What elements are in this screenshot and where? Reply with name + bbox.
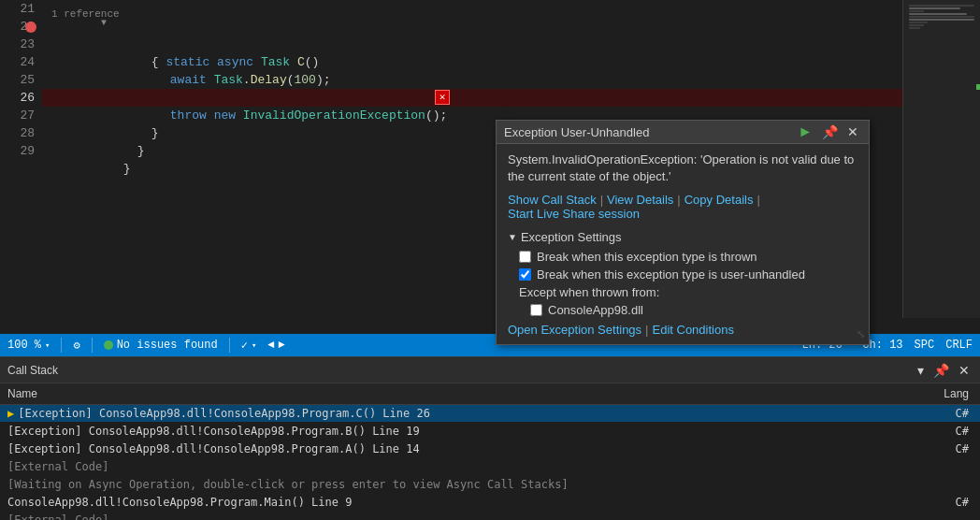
checkbox-break-thrown[interactable] [519, 251, 531, 263]
call-stack-row-name: [External Code] [7, 513, 108, 521]
status-check-area[interactable]: ✓ ▾ [241, 339, 257, 353]
popup-run-button[interactable]: ► [795, 124, 815, 139]
view-details-link[interactable]: View Details [607, 193, 673, 207]
table-row[interactable]: [External Code] [0, 511, 980, 520]
popup-header: Exception User-Unhandled ► 📌 ✕ [497, 121, 869, 144]
resize-handle[interactable]: ⤡ [857, 328, 865, 340]
popup-pin-button[interactable]: 📌 [819, 125, 841, 138]
code-line-21 [42, 0, 902, 18]
mini-line [909, 19, 974, 21]
checkbox-dll[interactable] [530, 304, 542, 316]
panel-close-button[interactable]: ✕ [956, 363, 973, 378]
mini-line [909, 16, 974, 18]
call-stack-row-name: [Exception] ConsoleApp98.dll!ConsoleApp9… [7, 425, 420, 438]
collapse-arrow-22[interactable]: ▼ [101, 18, 107, 28]
table-row[interactable]: [External Code] [0, 457, 980, 475]
popup-close-button[interactable]: ✕ [844, 125, 861, 138]
line-ending-label[interactable]: CRLF [945, 339, 973, 352]
call-stack-row-lang [936, 511, 980, 520]
mini-line [909, 5, 974, 7]
code-line-25 [42, 71, 902, 89]
exception-message: System.InvalidOperationException: 'Opera… [508, 152, 858, 185]
exception-settings: ▼ Exception Settings Break when this exc… [508, 230, 858, 337]
checkbox-break-thrown-label: Break when this exception type is thrown [537, 250, 757, 264]
mini-line [909, 27, 920, 29]
call-stack-header-row: Name Lang [0, 383, 980, 404]
call-stack-row-lang: C# [936, 493, 980, 511]
status-zoom[interactable]: 100 % ▾ [7, 339, 50, 352]
line-numbers: 21 22 23 24 25 26 27 28 29 [0, 0, 42, 318]
call-stack-row-name: [Waiting on Async Operation, double-clic… [7, 478, 569, 491]
popup-controls: ► 📌 ✕ [795, 124, 861, 139]
table-row[interactable]: ▶[Exception] ConsoleApp98.dll!ConsoleApp… [0, 404, 980, 422]
call-stack-panel: Call Stack ▾ 📌 ✕ Name Lang ▶[Exception] … [0, 356, 980, 520]
table-row[interactable]: [Exception] ConsoleApp98.dll!ConsoleApp9… [0, 422, 980, 440]
checkbox-break-unhandled[interactable] [519, 268, 531, 281]
no-issues-icon [104, 340, 113, 350]
minimap [902, 0, 980, 318]
status-separator-2 [92, 338, 93, 353]
exception-error-icon[interactable]: ✕ [435, 90, 450, 105]
table-row[interactable]: [Waiting on Async Operation, double-clic… [0, 475, 980, 493]
checkbox-break-unhandled-label: Break when this exception type is user-u… [537, 267, 805, 282]
check-icon: ✓ [241, 339, 248, 353]
popup-body: System.InvalidOperationException: 'Opera… [497, 144, 869, 344]
live-share-link[interactable]: Start Live Share session [508, 207, 640, 221]
breakpoint-indicator [25, 22, 36, 33]
nav-right-icon: ► [279, 339, 285, 352]
call-stack-row-lang: C# [936, 422, 980, 440]
popup-footer-links: Open Exception Settings | Edit Condition… [508, 323, 858, 337]
status-issues[interactable]: No issues found [104, 339, 218, 352]
exception-message-text: System.InvalidOperationException: 'Opera… [508, 152, 854, 183]
settings-header: ▼ Exception Settings [508, 230, 858, 244]
col-lang-header: Lang [936, 383, 980, 404]
panel-dropdown-button[interactable]: ▾ [915, 363, 927, 378]
encoding-label[interactable]: SPC [915, 339, 935, 352]
scroll-track [976, 0, 980, 318]
settings-header-label: Exception Settings [521, 230, 622, 244]
exception-popup: Exception User-Unhandled ► 📌 ✕ System.In… [496, 120, 870, 345]
call-stack-title: Call Stack [7, 364, 58, 377]
call-stack-row-lang: C# [936, 404, 980, 422]
call-stack-row-name: ConsoleApp98.dll!ConsoleApp98.Program.Ma… [7, 496, 352, 509]
col-name-header: Name [0, 383, 936, 404]
nav-left-icon: ◄ [267, 339, 274, 352]
table-row[interactable]: ConsoleApp98.dll!ConsoleApp98.Program.Ma… [0, 493, 980, 511]
code-line-22: 1 reference static async Task C() [42, 18, 902, 36]
call-stack-row-lang: C# [936, 440, 980, 457]
nav-arrows[interactable]: ◄ ► [267, 339, 284, 352]
zoom-level: 100 % [7, 339, 41, 352]
call-stack-row-name: [Exception] ConsoleApp98.dll!ConsoleApp9… [18, 407, 430, 420]
minimap-content [903, 0, 980, 318]
popup-links: Show Call Stack | View Details | Copy De… [508, 193, 858, 221]
git-icon-area[interactable]: ⚙ [73, 339, 79, 353]
code-line-23: { [42, 36, 902, 53]
call-stack-table: Name Lang ▶[Exception] ConsoleApp98.dll!… [0, 383, 980, 520]
status-separator-1 [61, 338, 62, 353]
edit-conditions-link[interactable]: Edit Conditions [652, 323, 733, 337]
mini-line [909, 24, 924, 26]
checkbox-row-1: Break when this exception type is thrown [519, 250, 858, 264]
mini-line [909, 13, 967, 15]
panel-controls: ▾ 📌 ✕ [915, 363, 973, 378]
show-call-stack-link[interactable]: Show Call Stack [508, 193, 597, 207]
dll-label: ConsoleApp98.dll [548, 303, 643, 317]
git-icon: ⚙ [73, 339, 79, 353]
current-row-arrow: ▶ [7, 407, 14, 420]
panel-header: Call Stack ▾ 📌 ✕ [0, 357, 980, 383]
status-separator-3 [229, 338, 230, 353]
open-exception-settings-link[interactable]: Open Exception Settings [508, 323, 641, 337]
call-stack-body: ▶[Exception] ConsoleApp98.dll!ConsoleApp… [0, 404, 980, 520]
copy-details-link[interactable]: Copy Details [685, 193, 754, 207]
code-line-26: throw new InvalidOperationException(); ✕ [42, 89, 902, 107]
check-dropdown-icon: ▾ [252, 340, 256, 351]
panel-pin-button[interactable]: 📌 [930, 363, 952, 378]
mini-line [909, 10, 924, 12]
table-row[interactable]: [Exception] ConsoleApp98.dll!ConsoleApp9… [0, 440, 980, 457]
zoom-dropdown-icon: ▾ [45, 340, 50, 351]
call-stack-row-lang [936, 475, 980, 493]
except-when-label: Except when thrown from: [519, 285, 858, 299]
code-line-24: await Task.Delay(100); [42, 53, 902, 71]
settings-triangle: ▼ [508, 232, 517, 242]
call-stack-row-lang [936, 457, 980, 475]
